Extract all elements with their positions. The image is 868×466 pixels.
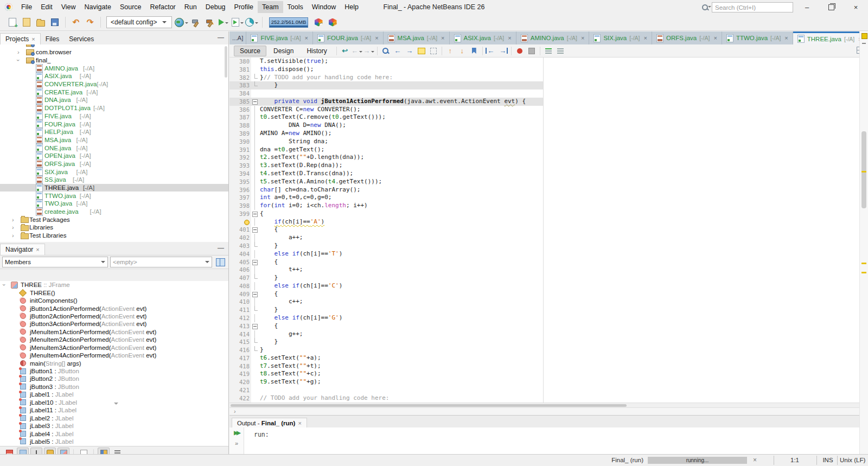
code-line-408[interactable]: 408 else if(ch[i]=='C') (229, 282, 868, 290)
expand-down-icon[interactable]: › (2, 284, 7, 286)
project-node-createe-java[interactable]: createe.java[-/A] (0, 208, 228, 216)
editor-tab-orfs.java[interactable]: ORFS.java[-/A]× (652, 31, 722, 44)
profile-project-button[interactable] (245, 15, 259, 29)
project-node-dotplot1-java[interactable]: DOTPLOT1.java[-/A] (0, 104, 228, 112)
nav-item-jlabel5-[interactable]: jLabel5 : JLabel (0, 438, 228, 445)
expand-right-icon[interactable]: › (12, 225, 14, 230)
nav-item-jlabel4-[interactable]: jLabel4 : JLabel (0, 430, 228, 437)
output-console[interactable]: run: (244, 427, 269, 454)
code-line-397[interactable]: 397int a=0,t=0,c=0,g=0; (229, 194, 868, 202)
toggle-highlight-button[interactable] (416, 46, 427, 56)
menu-debug[interactable]: Debug (201, 1, 230, 13)
project-node-three-java[interactable]: THREE.java[-/A] (0, 184, 228, 192)
code-line-394[interactable]: 394t4.setText(D.Transc(dna)); (229, 170, 868, 178)
record-macro-button[interactable] (514, 46, 526, 56)
search-input[interactable] (712, 2, 793, 12)
fold-collapse-icon[interactable] (252, 99, 258, 105)
menu-view[interactable]: View (57, 1, 80, 13)
project-node-two-java[interactable]: TWO.java[-/A] (0, 200, 228, 208)
tab-projects[interactable]: Projects× (0, 33, 41, 44)
shift-left-button[interactable]: ← (485, 46, 497, 56)
open-javadoc-window-button[interactable] (214, 257, 226, 268)
warning-mark[interactable] (861, 263, 866, 264)
expand-down-icon[interactable]: › (16, 59, 21, 61)
expand-right-icon[interactable]: › (12, 233, 14, 238)
undo-button[interactable]: ↶ (69, 15, 83, 29)
code-line-418[interactable]: 418t7.setText(""+t); (229, 362, 868, 371)
editor-tab-partial[interactable]: ...A] (229, 31, 246, 44)
project-node-test-packages[interactable]: ›Test Packages (0, 215, 228, 224)
code-line-389[interactable]: 389AMINO A=new AMINO(); (229, 130, 868, 138)
project-node-msa-java[interactable]: MSA.java[-/A] (0, 136, 228, 144)
editor-tab-amino.java[interactable]: AMINO.java[-/A]× (516, 31, 590, 44)
project-node-final_[interactable]: ›final_ (0, 56, 228, 65)
project-node-test-libraries[interactable]: ›Test Libraries (0, 232, 228, 240)
code-line-405[interactable]: 405 { (229, 258, 868, 266)
close-button[interactable]: × (844, 0, 868, 14)
code-line-382[interactable]: 382}// TODO add your handling code here: (229, 74, 868, 82)
toggle-bookmark-button[interactable] (468, 46, 480, 56)
close-icon[interactable]: × (298, 420, 301, 426)
nav-item-jmenuitem2actionperformed-[interactable]: jMenuItem2ActionPerformed(ActionEvent ev… (0, 336, 228, 343)
code-editor[interactable]: 380T.setVisible(true);381this.dispose();… (229, 58, 868, 403)
fold-collapse-icon[interactable] (252, 212, 258, 217)
project-node-one-java[interactable]: ONE.java[-/A] (0, 144, 228, 152)
rerun-button[interactable]: ▶▶ (234, 430, 239, 436)
project-node-asix-java[interactable]: ASIX.java[-/A] (0, 72, 228, 80)
close-icon[interactable]: × (508, 35, 511, 41)
code-line-419[interactable]: 419t8.setText(""+c); (229, 370, 868, 378)
forward-button[interactable]: → (363, 46, 375, 56)
clean-build-project-button[interactable] (202, 15, 216, 29)
menu-source[interactable]: Source (116, 1, 146, 13)
expand-right-icon[interactable]: › (12, 217, 14, 222)
fold-collapse-icon[interactable] (252, 227, 258, 233)
project-node-five-java[interactable]: FIVE.java[-/A] (0, 112, 228, 120)
code-line-401[interactable]: 401 { (229, 226, 868, 234)
project-node-amino-java[interactable]: AMINO.java[-/A] (0, 64, 228, 72)
code-line-410[interactable]: 410 c++; (229, 298, 868, 306)
stop-macro-button[interactable] (526, 46, 538, 56)
error-stripe[interactable] (859, 31, 868, 454)
code-line-386[interactable]: 386CONVERTER C=new CONVERTER(); (229, 106, 868, 114)
close-icon[interactable]: × (784, 35, 788, 41)
nav-item-jbutton1-[interactable]: jButton1 : JButton (0, 367, 228, 375)
menu-profile[interactable]: Profile (230, 1, 258, 13)
editor-tab-msa.java[interactable]: MSA.java[-/A]× (384, 31, 450, 44)
nav-item-jlabel2-[interactable]: jLabel2 : JLabel (0, 414, 228, 422)
new-file-button[interactable] (5, 15, 20, 29)
project-node-com-browser[interactable]: ›com.browser (0, 48, 228, 56)
warning-status-icon[interactable] (861, 33, 867, 39)
nav-item-jmenuitem4actionperformed-[interactable]: jMenuItem4ActionPerformed(ActionEvent ev… (0, 352, 228, 359)
menu-refactor[interactable]: Refactor (146, 1, 180, 13)
redo-button[interactable]: ↷ (83, 15, 97, 29)
hint-bulb-icon[interactable] (244, 220, 250, 225)
nav-item-jmenuitem3actionperformed-[interactable]: jMenuItem3ActionPerformed(ActionEvent ev… (0, 344, 228, 352)
code-line-380[interactable]: 380T.setVisible(true); (229, 58, 868, 66)
menu-run[interactable]: Run (180, 1, 201, 13)
config-select[interactable]: <default config> (106, 16, 172, 28)
fold-collapse-icon[interactable] (252, 324, 258, 329)
close-icon[interactable]: × (31, 36, 35, 42)
project-node-ttwo-java[interactable]: TTWO.java[-/A] (0, 191, 228, 200)
code-line-402[interactable]: 402 a++; (229, 234, 868, 242)
code-line-406[interactable]: 406 t++; (229, 266, 868, 274)
code-line-384[interactable]: 384 (229, 90, 868, 98)
code-line-381[interactable]: 381this.dispose(); (229, 66, 868, 74)
open-project-button[interactable] (34, 15, 48, 29)
nav-item-jbutton3-[interactable]: jButton3 : JButton (0, 383, 228, 391)
menu-tools[interactable]: Tools (283, 1, 308, 13)
close-icon[interactable]: × (581, 35, 584, 41)
minimize-panel-button[interactable]: — (218, 244, 224, 252)
code-line-388[interactable]: 388 DNA D=new DNA(); (229, 122, 868, 130)
members-filter-select[interactable]: Members (2, 257, 108, 267)
code-line-415[interactable]: 415 } (229, 338, 868, 346)
nav-item-jlabel1-[interactable]: jLabel1 : JLabel (0, 391, 228, 398)
cancel-process-button[interactable]: × (753, 456, 757, 464)
nav-item-jlabel3-[interactable]: jLabel3 : JLabel (0, 422, 228, 430)
minimize-button[interactable]: – (795, 0, 819, 14)
nav-item-jmenuitem1actionperformed-[interactable]: jMenuItem1ActionPerformed(ActionEvent ev… (0, 328, 228, 336)
project-node-six-java[interactable]: SIX.java[-/A] (0, 168, 228, 176)
rectangular-selection-button[interactable] (427, 46, 439, 56)
project-node-orfs-java[interactable]: ORFS.java[-/A] (0, 160, 228, 168)
project-node-converter-java[interactable]: CONVERTER.java[-/A] (0, 80, 228, 88)
